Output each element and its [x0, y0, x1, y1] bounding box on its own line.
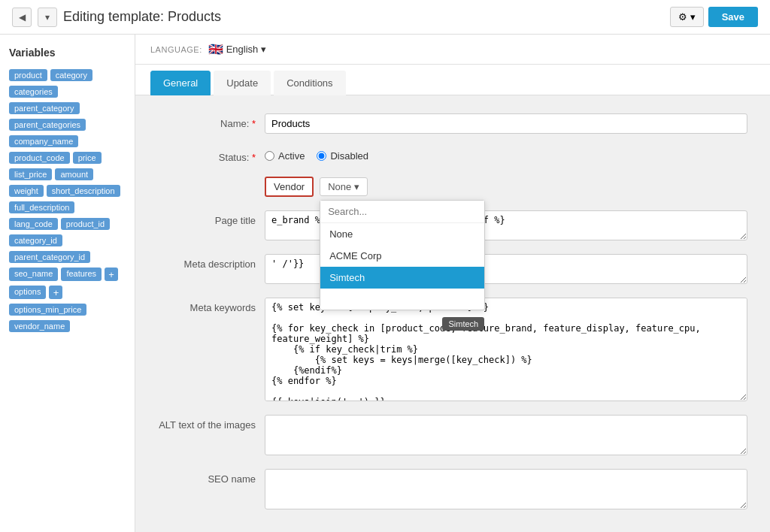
tag-parent-category[interactable]: parent_category [9, 102, 80, 114]
seo-name-label: SEO name [158, 469, 256, 485]
tag-weight[interactable]: weight [9, 185, 44, 197]
vendor-dropdown: None ACME Corp Simtech Simtech [320, 200, 485, 310]
gear-dropdown-arrow: ▾ [690, 11, 696, 23]
meta-keywords-label: Meta keywords [158, 298, 256, 313]
features-expand-button[interactable]: + [105, 268, 118, 281]
language-selector[interactable]: 🇬🇧 English ▾ [208, 42, 266, 56]
alt-text-row: ALT text of the images [158, 415, 747, 455]
tag-product-id[interactable]: product_id [61, 218, 110, 230]
tag-price[interactable]: price [73, 152, 102, 164]
seo-name-input[interactable] [265, 469, 747, 509]
seo-name-row: SEO name [158, 469, 747, 509]
tag-seo-name[interactable]: seo_name [9, 268, 58, 281]
history-button[interactable]: ▾ [38, 8, 57, 27]
sidebar-title: Variables [9, 47, 126, 59]
vendor-row-inner: Vendor None ▾ None ACME Corp Simtech Sim… [265, 177, 368, 197]
header-right: ⚙ ▾ Save [670, 7, 758, 27]
name-row: Name: * [158, 113, 747, 134]
gear-icon: ⚙ [678, 11, 687, 23]
status-row: Status: * Active Disabled [158, 147, 747, 163]
simtech-tooltip: Simtech [442, 317, 484, 331]
sidebar-tags: product category categories parent_categ… [9, 68, 126, 334]
tab-general[interactable]: General [150, 71, 211, 95]
tab-conditions[interactable]: Conditions [274, 71, 345, 95]
header: ◀ ▾ Editing template: Products ⚙ ▾ Save [0, 0, 770, 35]
layout: Variables product category categories pa… [0, 35, 770, 532]
tag-parent-categories[interactable]: parent_categories [9, 119, 86, 131]
name-label: Name: * [158, 113, 256, 129]
tag-features[interactable]: features [61, 268, 102, 281]
vendor-container: None ▾ None ACME Corp Simtech Simtech [320, 177, 368, 196]
form-area: Name: * Status: * Active [135, 95, 770, 532]
tag-category[interactable]: category [50, 69, 92, 81]
page-title-label: Page title [158, 210, 256, 226]
dropdown-item-none[interactable]: None [320, 223, 484, 245]
language-bar: LANGUAGE: 🇬🇧 English ▾ [135, 35, 770, 65]
tag-product-code[interactable]: product_code [9, 152, 70, 164]
main-content: LANGUAGE: 🇬🇧 English ▾ General Update Co… [135, 35, 770, 532]
tag-short-description[interactable]: short_description [47, 185, 120, 197]
tag-company-name[interactable]: company_name [9, 135, 78, 147]
status-group: Active Disabled [265, 147, 368, 162]
save-button[interactable]: Save [708, 7, 758, 27]
tabs-bar: General Update Conditions [135, 65, 770, 95]
vendor-row: Vendor None ▾ None ACME Corp Simtech Sim… [158, 177, 747, 197]
language-value: English ▾ [226, 44, 266, 55]
status-active-radio[interactable] [265, 151, 274, 161]
tag-categories[interactable]: categories [9, 86, 58, 98]
required-marker: * [252, 118, 256, 129]
tag-full-description[interactable]: full_description [9, 201, 74, 213]
gear-button[interactable]: ⚙ ▾ [670, 7, 704, 27]
flag-icon: 🇬🇧 [208, 42, 223, 56]
tag-list-price[interactable]: list_price [9, 168, 52, 180]
tag-parent-category-id[interactable]: parent_category_id [9, 251, 90, 263]
language-label: LANGUAGE: [150, 45, 202, 54]
sidebar: Variables product category categories pa… [0, 35, 135, 532]
vendor-form-label [158, 177, 256, 181]
tag-category-id[interactable]: category_id [9, 234, 62, 246]
alt-text-label: ALT text of the images [158, 415, 256, 431]
tag-options[interactable]: options [9, 286, 46, 299]
back-button[interactable]: ◀ [12, 8, 32, 27]
meta-desc-label: Meta description [158, 254, 256, 270]
header-left: ◀ ▾ Editing template: Products [12, 8, 221, 27]
status-disabled-label[interactable]: Disabled [317, 150, 368, 162]
status-active-label[interactable]: Active [265, 150, 305, 162]
tag-amount[interactable]: amount [55, 168, 93, 180]
tag-product[interactable]: product [9, 69, 47, 81]
dropdown-item-simtech[interactable]: Simtech [320, 267, 484, 289]
page-title: Editing template: Products [63, 9, 221, 25]
none-dropdown-button[interactable]: None ▾ [320, 177, 368, 196]
tab-update[interactable]: Update [214, 71, 271, 95]
meta-keywords-input[interactable]: {% set keys = [company_name, product] %}… [265, 298, 747, 401]
vendor-search-input[interactable] [320, 201, 484, 223]
name-input[interactable] [265, 113, 747, 134]
status-label: Status: * [158, 147, 256, 163]
alt-text-input[interactable] [265, 415, 747, 455]
tag-vendor-name[interactable]: vendor_name [9, 320, 70, 332]
options-expand-button[interactable]: + [49, 286, 62, 299]
vendor-button[interactable]: Vendor [265, 177, 314, 197]
dropdown-item-acme[interactable]: ACME Corp [320, 245, 484, 267]
meta-keywords-row: Meta keywords {% set keys = [company_nam… [158, 298, 747, 401]
tag-options-min-price[interactable]: options_min_price [9, 304, 86, 316]
status-disabled-radio[interactable] [317, 151, 326, 161]
tag-lang-code[interactable]: lang_code [9, 218, 58, 230]
